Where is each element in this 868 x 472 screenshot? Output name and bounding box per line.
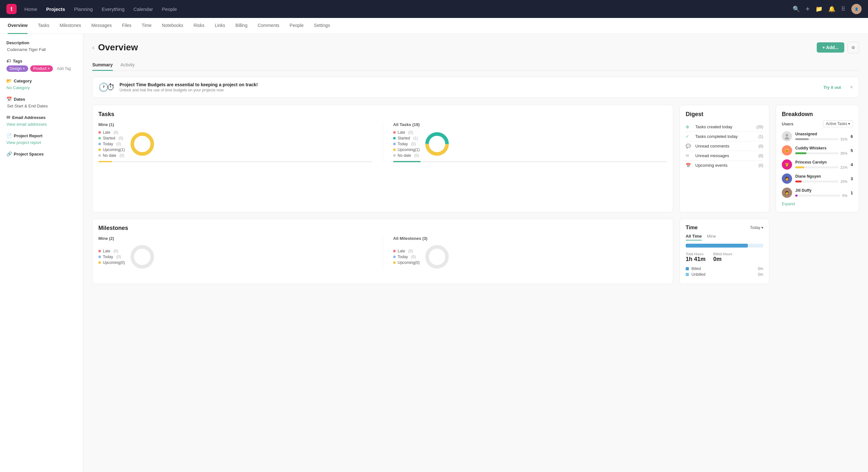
user-avatar-princess: 👸 <box>782 159 792 170</box>
email-value[interactable]: View email addresses <box>6 122 76 127</box>
sub-nav: Overview Tasks Milestones Messages Files… <box>0 18 868 34</box>
user-row-unassigned: Unassigned 31% 6 <box>782 131 853 141</box>
user-bar-diane <box>795 180 802 182</box>
search-icon[interactable]: 🔍 <box>793 5 800 12</box>
digest-card: Digest ⊕ Tasks created today (20) ✓ Task… <box>680 105 769 212</box>
user-avatar[interactable]: 👤 <box>851 4 862 14</box>
grid-icon[interactable]: ⠿ <box>841 5 845 12</box>
user-info-diane: Diane Nguyen 15% <box>795 174 847 183</box>
logo[interactable]: t <box>6 4 17 14</box>
user-count-princess: 4 <box>851 162 853 167</box>
digest-item-events: 📅 Upcoming events (0) <box>686 160 763 170</box>
unbilled-dot <box>686 273 689 276</box>
time-filter-label: Today <box>750 226 760 230</box>
digest-comments-label: Unread comments <box>695 144 758 148</box>
user-pct-jill: 5% <box>842 194 847 198</box>
digest-messages-label: Unread messages <box>695 153 758 158</box>
time-stats: Total Hours 1h 41m Billed Hours 0m <box>686 252 763 263</box>
time-tab-alltime[interactable]: All Time <box>686 234 702 240</box>
nav-everything[interactable]: Everything <box>102 6 125 12</box>
time-tab-mine[interactable]: Mine <box>707 234 716 240</box>
tab-tasks[interactable]: Tasks <box>38 18 49 34</box>
nav-projects[interactable]: Projects <box>46 6 65 12</box>
breakdown-users-label: Users <box>782 121 793 126</box>
add-button[interactable]: + Add... <box>817 42 844 53</box>
time-tabs: All Time Mine <box>686 234 763 240</box>
digest-item-completed: ✓ Tasks completed today (1) <box>686 132 763 141</box>
user-name-princess: Princess Carolyn <box>795 160 847 165</box>
tag-icon: 🏷 <box>6 58 11 63</box>
second-row: Milestones Mine (2) Late(0) <box>92 219 859 284</box>
tab-summary[interactable]: Summary <box>92 60 113 71</box>
time-stat-total: Total Hours 1h 41m <box>686 252 706 263</box>
time-bar-track <box>686 244 763 247</box>
dot-today <box>98 143 101 145</box>
bell-icon[interactable]: 🔔 <box>828 5 835 12</box>
digest-item-messages: ✉ Unread messages (0) <box>686 151 763 160</box>
legend-started: Started(0) <box>98 136 125 141</box>
settings-button[interactable]: ⚙ <box>847 42 859 53</box>
user-info-jill: Jill Duffy 5% <box>795 188 847 198</box>
tab-notebooks[interactable]: Notebooks <box>162 18 183 34</box>
tasks-mine-label: Mine (1) <box>98 122 372 127</box>
milestones-divider <box>382 236 383 270</box>
add-icon[interactable]: + <box>806 5 810 13</box>
chevron-down-icon-time: ▾ <box>761 226 763 230</box>
email-icon: ✉ <box>6 115 10 120</box>
tab-overview[interactable]: Overview <box>8 18 28 34</box>
tab-files[interactable]: Files <box>122 18 132 34</box>
user-row-diane: 👩 Diane Nguyen 15% 3 <box>782 174 853 184</box>
nav-people[interactable]: People <box>162 6 177 12</box>
promo-text: Project Time Budgets are essential to ke… <box>120 82 819 92</box>
milestones-mine-label: Mine (2) <box>98 236 372 241</box>
description-value: Codename Tiger Fall <box>6 47 76 52</box>
user-progress-unassigned: 31% <box>795 137 847 141</box>
promo-close-button[interactable]: × <box>850 84 853 90</box>
filter-label: Active Tasks <box>826 121 847 126</box>
promo-action-button[interactable]: Try it out <box>824 85 841 90</box>
nav-planning[interactable]: Planning <box>74 6 93 12</box>
breakdown-filter[interactable]: Active Tasks ▾ <box>823 120 853 127</box>
tag-product[interactable]: Product × <box>30 65 53 72</box>
time-filter[interactable]: Today ▾ <box>750 226 763 230</box>
expand-button[interactable]: Expand <box>782 202 853 206</box>
tab-activity[interactable]: Activity <box>121 60 134 71</box>
tag-design[interactable]: Design × <box>6 65 28 72</box>
tab-messages[interactable]: Messages <box>91 18 112 34</box>
tab-settings[interactable]: Settings <box>314 18 330 34</box>
unbilled-value: 0m <box>758 272 763 277</box>
dates-value[interactable]: Set Start & End Dates <box>6 104 76 108</box>
legend-all-started: Started(1) <box>393 136 420 141</box>
milestones-title: Milestones <box>98 225 667 232</box>
tab-comments[interactable]: Comments <box>258 18 279 34</box>
description-label: Description <box>6 40 76 45</box>
user-progress-jill: 5% <box>795 194 847 198</box>
tab-billing[interactable]: Billing <box>236 18 247 34</box>
ma-dot-upcoming <box>393 261 396 264</box>
digest-completed-count: (1) <box>758 135 763 139</box>
user-name-cuddly: Cuddly Whiskers <box>795 146 847 150</box>
svg-point-8 <box>427 247 447 267</box>
svg-point-6 <box>785 137 789 140</box>
sidebar-description: Description Codename Tiger Fall <box>6 40 76 52</box>
legend-late: Late(0) <box>98 130 125 135</box>
tab-milestones[interactable]: Milestones <box>60 18 81 34</box>
user-name-jill: Jill Duffy <box>795 188 847 193</box>
digest-completed-icon: ✓ <box>686 134 692 139</box>
category-value[interactable]: No Category <box>6 85 76 90</box>
breakdown-spacer <box>776 219 859 284</box>
report-value[interactable]: View project report <box>6 140 76 145</box>
folder-icon[interactable]: 📁 <box>815 5 823 12</box>
tab-risks[interactable]: Risks <box>193 18 205 34</box>
tab-time[interactable]: Time <box>142 18 152 34</box>
sidebar-spaces: 🔗 Project Spaces <box>6 151 76 156</box>
back-button[interactable]: ‹ <box>92 44 94 51</box>
nav-home[interactable]: Home <box>24 6 37 12</box>
digest-events-label: Upcoming events <box>695 163 758 168</box>
user-name-diane: Diane Nguyen <box>795 174 847 179</box>
nav-calendar[interactable]: Calendar <box>133 6 153 12</box>
tab-people[interactable]: People <box>290 18 304 34</box>
tab-links[interactable]: Links <box>215 18 225 34</box>
add-tag-button[interactable]: Add Tag <box>55 65 73 72</box>
time-legend-billed: Billed 0m <box>686 266 763 271</box>
